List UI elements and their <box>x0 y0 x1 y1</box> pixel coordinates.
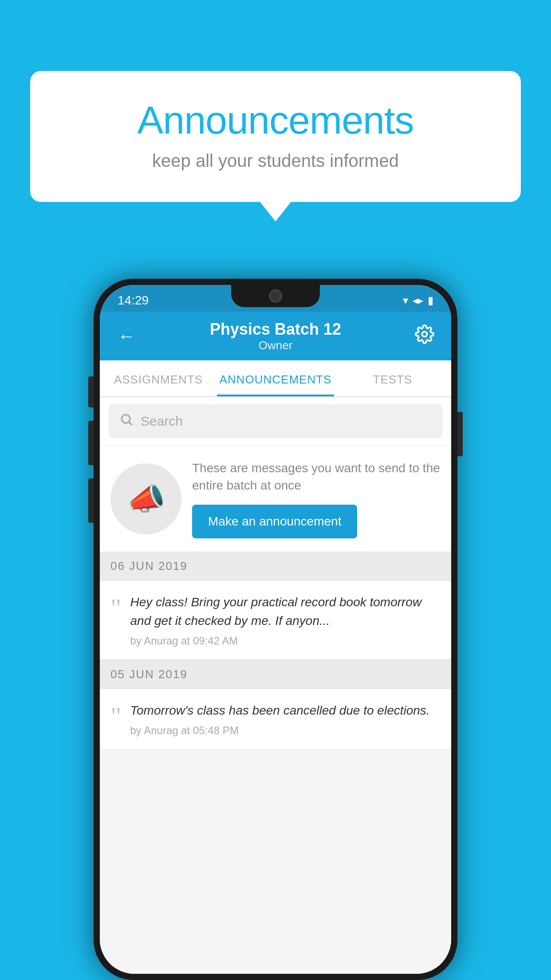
wifi-icon: ▾ <box>403 294 408 307</box>
search-icon <box>119 412 134 430</box>
date-separator-1: 06 JUN 2019 <box>100 552 451 581</box>
message-content-1: Hey class! Bring your practical record b… <box>130 593 441 647</box>
screen-content: Search 📣 These are messages you want to … <box>100 397 451 974</box>
battery-icon: ▮ <box>428 294 433 307</box>
phone-btn-left3 <box>88 478 94 523</box>
phone-outer: 14:29 ▾ ◂▸ ▮ ← Physics Batch 12 Owner <box>94 279 457 980</box>
bubble-subtitle: keep all your students informed <box>66 151 485 171</box>
app-header: ← Physics Batch 12 Owner <box>100 312 451 360</box>
megaphone-icon: 📣 <box>127 481 165 517</box>
quote-icon-1: " <box>110 593 122 621</box>
signal-icon: ◂▸ <box>413 294 423 307</box>
svg-line-2 <box>129 422 132 425</box>
announce-description: These are messages you want to send to t… <box>192 459 441 494</box>
search-container: Search <box>100 397 451 445</box>
status-icons: ▾ ◂▸ ▮ <box>403 294 433 307</box>
announce-right: These are messages you want to send to t… <box>192 459 441 538</box>
phone-camera <box>269 289 282 303</box>
bubble-title: Announcements <box>66 98 485 143</box>
make-announcement-button[interactable]: Make an announcement <box>192 505 357 538</box>
message-meta-1: by Anurag at 09:42 AM <box>130 635 441 647</box>
speech-bubble: Announcements keep all your students inf… <box>30 71 521 202</box>
message-content-2: Tomorrow's class has been cancelled due … <box>130 701 441 737</box>
search-bar[interactable]: Search <box>109 404 442 438</box>
message-meta-2: by Anurag at 05:48 PM <box>130 724 441 737</box>
status-time: 14:29 <box>118 293 149 308</box>
phone-frame: 14:29 ▾ ◂▸ ▮ ← Physics Batch 12 Owner <box>94 279 457 980</box>
back-button[interactable]: ← <box>113 326 140 346</box>
message-item-1[interactable]: " Hey class! Bring your practical record… <box>100 581 451 660</box>
phone-btn-left1 <box>88 376 94 407</box>
message-text-2: Tomorrow's class has been cancelled due … <box>130 701 441 720</box>
batch-title: Physics Batch 12 <box>140 320 411 339</box>
search-placeholder: Search <box>141 414 183 429</box>
batch-role: Owner <box>140 339 411 352</box>
phone-screen: 14:29 ▾ ◂▸ ▮ ← Physics Batch 12 Owner <box>100 285 451 974</box>
phone-notch <box>231 285 320 307</box>
tab-assignments[interactable]: ASSIGNMENTS <box>100 360 217 396</box>
phone-btn-left2 <box>88 421 94 465</box>
header-title-block: Physics Batch 12 Owner <box>140 320 411 352</box>
tabs-bar: ASSIGNMENTS ANNOUNCEMENTS TESTS <box>100 360 451 397</box>
megaphone-icon-circle: 📣 <box>110 463 181 534</box>
settings-button[interactable] <box>411 324 438 348</box>
phone-btn-right <box>457 412 463 456</box>
tab-announcements[interactable]: ANNOUNCEMENTS <box>217 360 334 396</box>
announcement-prompt: 📣 These are messages you want to send to… <box>100 446 451 552</box>
message-item-2[interactable]: " Tomorrow's class has been cancelled du… <box>100 689 451 750</box>
svg-point-0 <box>422 332 427 336</box>
tab-tests[interactable]: TESTS <box>334 360 451 396</box>
quote-icon-2: " <box>110 701 122 730</box>
speech-bubble-container: Announcements keep all your students inf… <box>30 71 521 202</box>
date-separator-2: 05 JUN 2019 <box>100 660 451 689</box>
message-text-1: Hey class! Bring your practical record b… <box>130 593 441 630</box>
